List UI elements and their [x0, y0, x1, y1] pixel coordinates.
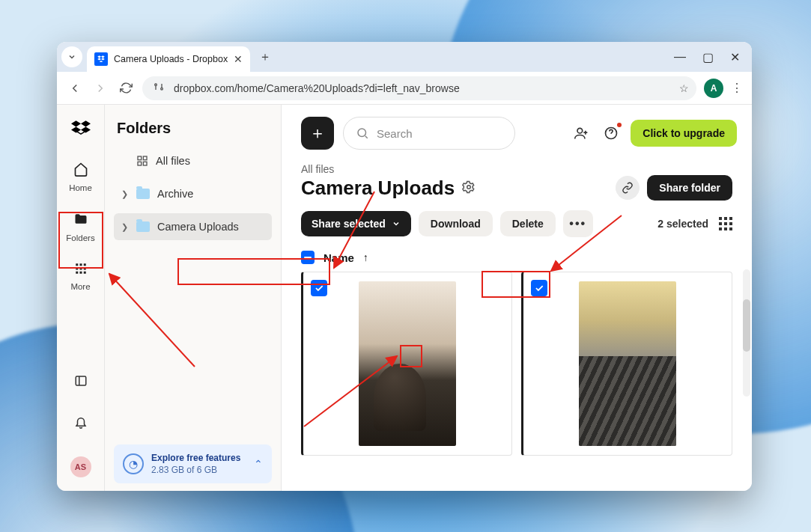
share-row: Share folder [616, 175, 732, 201]
tree-all-files[interactable]: All files [114, 147, 272, 174]
file-thumbnail [359, 281, 456, 446]
invite-icon[interactable] [571, 123, 592, 144]
sort-ascending-icon[interactable]: ↑ [363, 251, 368, 263]
tree-all-files-label: All files [156, 155, 190, 167]
nav-forward-button[interactable] [91, 79, 109, 97]
browser-tab[interactable]: Camera Uploads - Dropbox ✕ [87, 46, 250, 72]
chevron-right-icon: ❯ [120, 222, 129, 232]
add-button[interactable]: ＋ [301, 117, 334, 150]
nav-rail: Home Folders More AS [57, 105, 105, 491]
apps-grid-icon [74, 262, 88, 279]
grid-view-icon[interactable] [719, 217, 732, 230]
folders-panel-title: Folders [117, 120, 272, 137]
item-checkbox[interactable] [311, 280, 327, 296]
selected-count: 2 selected [657, 218, 708, 230]
item-checkbox[interactable] [531, 280, 547, 296]
user-avatar[interactable]: AS [70, 456, 91, 477]
svg-point-1 [161, 88, 163, 90]
help-icon[interactable] [601, 123, 622, 144]
window-minimize-icon[interactable]: — [674, 50, 686, 64]
profile-avatar[interactable]: A [704, 79, 723, 98]
tree-archive[interactable]: ❯ Archive [114, 180, 272, 207]
list-header: Name ↑ [301, 251, 732, 270]
search-input[interactable]: Search [343, 117, 515, 150]
select-all-checkbox[interactable] [301, 251, 315, 264]
tree-camera-uploads-label: Camera Uploads [157, 221, 239, 233]
share-folder-button[interactable]: Share folder [647, 175, 732, 201]
column-name[interactable]: Name [324, 251, 354, 264]
rail-home-label: Home [69, 183, 92, 192]
folder-icon [136, 189, 150, 199]
nav-reload-button[interactable] [117, 79, 135, 97]
copy-link-button[interactable] [616, 176, 640, 200]
chevron-right-icon: ❯ [120, 189, 129, 199]
download-button[interactable]: Download [419, 211, 493, 236]
share-selected-label: Share selected [312, 218, 386, 230]
notifications-icon[interactable] [74, 415, 88, 432]
address-bar: dropbox.com/home/Camera%20Uploads?di=lef… [57, 72, 752, 105]
browser-menu-icon[interactable]: ⋮ [731, 81, 743, 95]
promo-sub: 2.83 GB of 6 GB [151, 464, 240, 476]
svg-rect-2 [76, 263, 78, 266]
title-bar: Camera Uploads - Dropbox ✕ ＋ — ▢ ✕ [57, 42, 752, 72]
upgrade-button[interactable]: Click to upgrade [631, 120, 737, 147]
content-area: All files Camera Uploads Share folder Sh [282, 159, 752, 491]
file-thumbnail [579, 281, 676, 446]
chevron-down-icon [392, 219, 401, 228]
delete-button[interactable]: Delete [500, 211, 556, 236]
folder-icon [136, 221, 150, 232]
share-selected-button[interactable]: Share selected [301, 211, 411, 236]
svg-rect-4 [83, 263, 85, 266]
new-tab-button[interactable]: ＋ [255, 46, 276, 67]
scrollbar[interactable] [743, 269, 750, 397]
url-text: dropbox.com/home/Camera%20Uploads?di=lef… [174, 82, 672, 94]
more-actions-button[interactable]: ••• [563, 210, 593, 237]
tab-search-icon[interactable] [61, 46, 82, 67]
svg-rect-7 [83, 268, 85, 270]
svg-rect-9 [79, 272, 82, 274]
panel-toggle-icon[interactable] [74, 374, 88, 391]
svg-rect-3 [79, 263, 82, 266]
nav-back-button[interactable] [66, 79, 84, 97]
settings-gear-icon[interactable] [462, 180, 476, 197]
site-settings-icon[interactable] [151, 81, 166, 95]
home-icon [73, 162, 88, 180]
notification-dot-icon [617, 123, 622, 127]
file-grid [301, 272, 732, 456]
action-row: Share selected Download Delete ••• 2 sel… [301, 210, 732, 237]
bookmark-icon[interactable]: ☆ [679, 82, 689, 94]
dropbox-favicon-icon [94, 52, 108, 66]
window-close-icon[interactable]: ✕ [730, 50, 740, 64]
chevron-up-icon: ⌃ [254, 458, 263, 470]
window-maximize-icon[interactable]: ▢ [702, 50, 714, 64]
tree-archive-label: Archive [157, 188, 193, 200]
breadcrumb[interactable]: All files [301, 163, 732, 175]
url-field[interactable]: dropbox.com/home/Camera%20Uploads?di=lef… [142, 76, 696, 100]
folders-panel: Folders All files ❯ Archive ❯ Camera Upl… [105, 105, 282, 491]
file-card[interactable] [521, 272, 732, 456]
rail-more[interactable]: More [57, 257, 104, 296]
gauge-icon: ◔ [123, 453, 144, 474]
svg-point-16 [358, 129, 366, 137]
tab-title: Camera Uploads - Dropbox [114, 54, 228, 64]
file-card[interactable] [301, 272, 512, 456]
storage-promo[interactable]: ◔ Explore free features 2.83 GB of 6 GB … [114, 444, 272, 483]
svg-rect-14 [138, 162, 142, 165]
svg-rect-13 [143, 156, 147, 160]
page-title: Camera Uploads [301, 177, 455, 200]
browser-window: Camera Uploads - Dropbox ✕ ＋ — ▢ ✕ dropb… [57, 42, 752, 491]
svg-rect-5 [76, 268, 78, 270]
dropbox-logo-icon[interactable] [71, 118, 91, 142]
search-icon [356, 126, 369, 140]
folder-icon [73, 212, 88, 230]
main-panel: ＋ Search Click to upgrade All files [282, 105, 752, 491]
rail-folders[interactable]: Folders [57, 207, 104, 247]
tree-camera-uploads[interactable]: ❯ Camera Uploads [114, 213, 272, 240]
svg-rect-10 [83, 272, 85, 274]
rail-home[interactable]: Home [57, 157, 104, 197]
search-placeholder: Search [377, 127, 413, 140]
svg-rect-11 [76, 376, 86, 385]
promo-title: Explore free features [151, 452, 240, 464]
all-files-icon [136, 155, 148, 167]
tab-close-icon[interactable]: ✕ [234, 53, 243, 65]
